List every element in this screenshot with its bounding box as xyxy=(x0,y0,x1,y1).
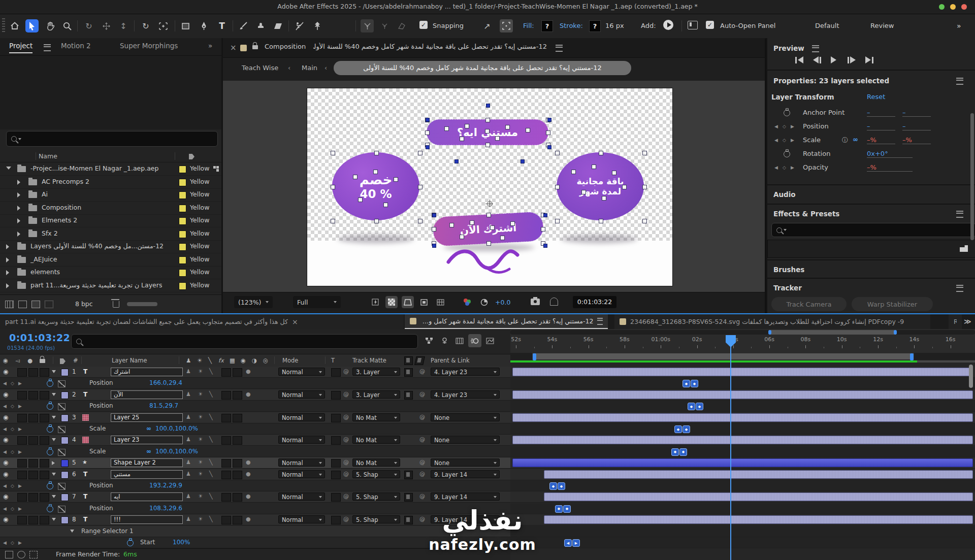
property-value[interactable]: – xyxy=(867,109,895,117)
layer-bar[interactable] xyxy=(512,368,973,376)
parent-link-dropdown[interactable]: 9. Layer 14 xyxy=(431,470,500,478)
column-track-matte[interactable]: Track Matte xyxy=(352,357,386,364)
collapse-switch-icon[interactable]: ☀ xyxy=(198,436,203,443)
color-swatch[interactable] xyxy=(179,191,186,199)
expander-icon[interactable] xyxy=(17,180,20,185)
expander-icon[interactable] xyxy=(52,370,56,373)
stopwatch-icon[interactable] xyxy=(47,483,53,489)
stroke-size[interactable]: 16 px xyxy=(605,22,624,29)
track-camera-button[interactable]: Track Camera xyxy=(771,297,847,311)
switch-adjustment-icon[interactable]: ◑ xyxy=(252,357,257,364)
timeline-tab[interactable]: part 11.ai كل هذا وأكثر في تصميم متجاوب … xyxy=(0,314,404,329)
dolly-camera-tool-icon[interactable]: ↕ xyxy=(117,19,130,32)
switch-cell[interactable] xyxy=(28,368,38,377)
selection-corner-handle[interactable] xyxy=(426,145,430,149)
motion-blur-switch-icon[interactable]: ● xyxy=(246,493,251,500)
keyframe-pair[interactable]: ◆◆ xyxy=(682,380,698,387)
tab-motion2[interactable]: Motion 2 xyxy=(61,42,91,50)
timeline-search-input[interactable] xyxy=(71,334,418,349)
resolution-dropdown[interactable]: Full xyxy=(293,296,341,308)
layer-bar[interactable] xyxy=(544,470,973,479)
track-row-layer[interactable] xyxy=(510,514,975,525)
keyframe-icon[interactable]: ◆ xyxy=(688,403,695,410)
color-swatch[interactable] xyxy=(179,243,186,251)
graph-icon[interactable] xyxy=(58,483,66,490)
parent-link-dropdown[interactable]: 4. Layer 23 xyxy=(431,368,500,376)
expander-icon[interactable] xyxy=(52,438,56,441)
properties-menu-icon[interactable] xyxy=(956,78,963,85)
collapse-switch-icon[interactable]: ☀ xyxy=(198,391,203,398)
next-keyframe-icon[interactable]: ▶ xyxy=(18,381,22,386)
pan-camera-tool-icon[interactable] xyxy=(100,19,113,32)
prev-keyframe-icon[interactable]: ◀ xyxy=(3,506,7,511)
property-name[interactable]: Position xyxy=(89,402,113,409)
project-item[interactable]: Sfx 2Yellow xyxy=(0,227,221,241)
quality-switch-icon[interactable]: ╲ xyxy=(209,391,213,398)
selection-corner-handle[interactable] xyxy=(543,244,547,248)
motion-blur-switch-icon[interactable]: ● xyxy=(246,471,251,477)
viewer-menu-icon[interactable] xyxy=(556,45,563,52)
work-area-end-handle[interactable] xyxy=(910,353,914,360)
property-name[interactable]: Start xyxy=(140,539,155,546)
previous-frame-button[interactable] xyxy=(813,56,821,63)
effects-presets-title[interactable]: Effects & Presets xyxy=(773,210,839,218)
tab-menu-icon[interactable] xyxy=(597,318,603,325)
mode-dropdown[interactable]: Normal xyxy=(278,413,325,421)
matte-pickwhip-icon[interactable]: @ xyxy=(343,414,349,420)
project-item[interactable]: -Projec...ise-Momen El Nagar _1.aep.aepY… xyxy=(0,162,221,176)
switch-motion-blur-icon[interactable]: ◉ xyxy=(241,357,246,364)
selection-handle[interactable] xyxy=(555,219,560,223)
matte-pickwhip-icon[interactable]: @ xyxy=(343,391,349,398)
switch-cell[interactable] xyxy=(221,516,231,524)
effects-panel-corner-icon[interactable] xyxy=(960,245,968,252)
selection-corner-handle[interactable] xyxy=(547,118,551,122)
switch-cell[interactable] xyxy=(233,414,242,422)
add-keyframe-icon[interactable]: ◇ xyxy=(11,404,14,409)
shy-switch-icon[interactable]: ♟ xyxy=(186,368,191,375)
selection-corner-handle[interactable] xyxy=(547,145,551,149)
mode-dropdown[interactable]: Normal xyxy=(278,515,325,523)
quality-switch-icon[interactable]: ╲ xyxy=(209,436,213,443)
preview-menu-icon[interactable] xyxy=(812,45,819,52)
next-keyframe-icon[interactable]: ▶ xyxy=(18,483,22,488)
project-item[interactable]: CompositionYellow xyxy=(0,202,221,215)
matte-pickwhip-icon[interactable]: @ xyxy=(343,471,349,477)
expander-icon[interactable] xyxy=(52,416,56,419)
graph-icon[interactable] xyxy=(58,506,66,513)
snap-features-icon[interactable] xyxy=(500,19,513,32)
selection-handle[interactable] xyxy=(485,118,490,122)
track-row-prop[interactable]: ◆◆ xyxy=(510,423,975,435)
project-item[interactable]: part 11...ن تجربة تعليمية حديثة وسريعة L… xyxy=(0,279,221,292)
selection-corner-handle[interactable] xyxy=(432,244,436,248)
effects-search-input[interactable] xyxy=(771,223,975,237)
toggle-switches-icon[interactable] xyxy=(5,551,13,558)
selection-handle[interactable] xyxy=(485,129,490,134)
ellipse-discount[interactable]: خصم 40 % xyxy=(332,152,419,220)
mode-dropdown[interactable]: Normal xyxy=(278,458,325,467)
tab-project[interactable]: Project xyxy=(9,42,32,53)
column-t[interactable]: T xyxy=(331,357,335,364)
mode-dropdown[interactable]: Normal xyxy=(278,470,325,478)
collapse-switch-icon[interactable]: ☀ xyxy=(198,414,203,420)
switch-cell[interactable] xyxy=(221,414,231,422)
graph-icon[interactable] xyxy=(58,380,66,387)
prev-keyframe-icon[interactable]: ◀ xyxy=(774,165,778,170)
selection-handle[interactable] xyxy=(470,220,474,225)
switch-cell[interactable] xyxy=(40,471,49,479)
add-keyframe-icon[interactable]: ◇ xyxy=(11,540,14,545)
graph-icon[interactable] xyxy=(58,403,66,410)
selection-handle[interactable] xyxy=(418,185,422,189)
selection-handle[interactable] xyxy=(612,171,616,175)
switch-cell[interactable] xyxy=(221,493,231,502)
eye-icon[interactable]: ◉ xyxy=(3,391,8,398)
track-row-prop[interactable]: ◆◆ xyxy=(510,401,975,412)
timeline-tab[interactable]: 12-مستني إيه؟ تقدر تحصل على باقة مجانية … xyxy=(405,314,608,329)
keyframe-icon[interactable]: ◆ xyxy=(682,380,690,387)
interpret-footage-icon[interactable] xyxy=(5,301,14,308)
next-keyframe-icon[interactable]: ▶ xyxy=(18,449,22,454)
layer-color-swatch[interactable] xyxy=(61,516,69,524)
column-mode[interactable]: Mode xyxy=(282,357,298,364)
matte-toggle-icon[interactable] xyxy=(404,391,413,400)
exposure-icon[interactable] xyxy=(478,296,490,308)
toolbar-drag-handle[interactable] xyxy=(2,18,5,34)
